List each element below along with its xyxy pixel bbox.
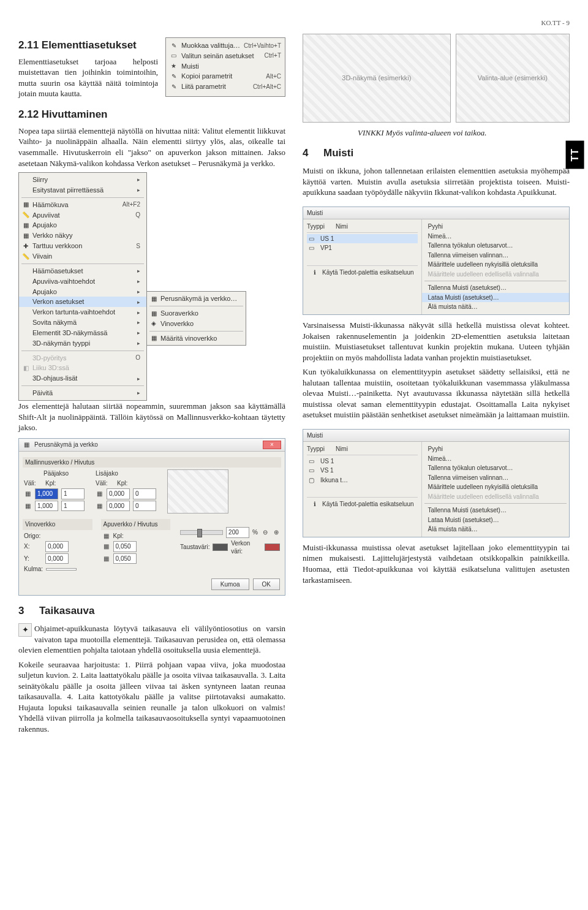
menu-label: Sovita näkymä: [32, 318, 77, 327]
ctx-item[interactable]: ✎Liitä parametritCtrl+Alt+C: [170, 82, 281, 92]
left-column: 2.11 Elementtiasetukset Elementtiasetuks…: [18, 34, 285, 738]
heading-2-12: 2.12 Hivuttaminen: [18, 108, 285, 122]
muisti-menu-item[interactable]: Nimeä…: [422, 454, 569, 464]
submenu-item[interactable]: ▦Suoraverkko: [147, 308, 246, 319]
menu-icon: 📏: [21, 211, 30, 219]
cancel-button[interactable]: Kumoa: [211, 578, 249, 591]
para-4-2: Varsinaisessa Muisti-ikkunassa näkyvät s…: [303, 320, 570, 363]
menu-item[interactable]: Esitystavat piirrettäessä▸: [19, 185, 146, 195]
col-header[interactable]: Nimi: [336, 445, 348, 453]
muisti-menu-item[interactable]: Älä muista näitä…: [422, 302, 569, 312]
menu-item[interactable]: Siirry▸: [19, 175, 146, 185]
muisti-menu-item[interactable]: Lataa Muisti (asetukset)…: [422, 293, 569, 303]
menu-item[interactable]: 📏Viivain: [19, 251, 146, 262]
menu-item[interactable]: Apuviiva-vaihtoehdot▸: [19, 276, 146, 287]
menu-label: 3D-ohjaus-lisät: [32, 374, 77, 383]
zoom-value[interactable]: 200: [226, 527, 249, 538]
menu-item[interactable]: ▦HäämökuvaAlt+F2: [19, 200, 146, 210]
muisti-menu-item[interactable]: Tallenna viimeisen valinnan…: [422, 251, 569, 260]
zoom-in-icon[interactable]: ⊕: [272, 528, 280, 536]
bg-color-swatch[interactable]: [213, 544, 228, 551]
menu-item[interactable]: Sovita näkymä▸: [19, 317, 146, 328]
submenu-label: Suoraverkko: [160, 309, 198, 318]
input-vali-x[interactable]: 1,000: [35, 488, 58, 499]
muisti-menu-item[interactable]: Tallenna viimeisen valinnan…: [422, 473, 569, 483]
menu-item[interactable]: ▦Apujako: [19, 220, 146, 230]
menu-item[interactable]: Verkon asetukset▸: [19, 297, 146, 307]
ctx-item[interactable]: ★Muisti: [170, 61, 281, 72]
ctx-label: Muokkaa valittuja…: [181, 41, 240, 50]
para-3-1: ✦Ohjaimet-apuikkunasta löytyvä taikasauv…: [18, 623, 285, 656]
input-apu-x[interactable]: 0,050: [113, 541, 137, 552]
muisti-menu-item[interactable]: Älä muista näitä…: [422, 525, 569, 534]
col-header[interactable]: Nimi: [336, 222, 348, 231]
shortcut: Ctrl+T: [265, 51, 282, 60]
input-lisavali-x[interactable]: 0,000: [107, 488, 130, 499]
menu-item[interactable]: Häämöasetukset▸: [19, 266, 146, 276]
grid-color-swatch[interactable]: [265, 544, 280, 551]
muisti-menu-item[interactable]: Pyyhi: [422, 444, 569, 454]
ok-button[interactable]: OK: [253, 578, 280, 591]
input-kulma[interactable]: [46, 568, 77, 571]
input-lisakpl-x[interactable]: 0: [133, 488, 156, 499]
field-label: Taustaväri:: [180, 543, 209, 552]
submenu-label: Perusnäkymä ja verkko…: [160, 294, 237, 303]
percent-label: %: [252, 528, 258, 537]
heading-3: 3Taikasauva: [18, 604, 285, 618]
muisti-menu-item[interactable]: Määrittele uudelleen nykyisillä oletuksi…: [422, 260, 569, 270]
input-apu-y[interactable]: 0,050: [113, 553, 137, 564]
menu-item[interactable]: ✚Tarttuu verkkoonS: [19, 241, 146, 251]
muisti-row[interactable]: ▢Ikkuna t…: [307, 476, 418, 485]
zoom-out-icon[interactable]: ⊖: [261, 528, 269, 536]
muisti-menu-item[interactable]: Tallenna Muisti (asetukset)…: [422, 283, 569, 293]
menu-item[interactable]: ▦Verkko näkyy: [19, 230, 146, 241]
muisti-menu-item[interactable]: Pyyhi: [422, 222, 569, 232]
menu-label: Liiku 3D:ssä: [32, 363, 69, 373]
field-label: Verkon väri:: [231, 539, 262, 556]
menu-item[interactable]: 📏ApuviivatQ: [19, 210, 146, 221]
ctx-item[interactable]: ✎Kopioi parametritAlt+C: [170, 71, 281, 82]
heading-2-11: 2.11 Elementtiasetukset: [18, 39, 158, 53]
menu-item: 3D-pyöritysO: [19, 353, 146, 363]
col-header[interactable]: Tyyppi: [307, 222, 325, 231]
muisti-menu-item[interactable]: Määrittele uudelleen nykyisillä oletuksi…: [422, 482, 569, 492]
col-header[interactable]: Tyyppi: [307, 445, 325, 453]
menu-item[interactable]: Päivitä▸: [19, 388, 146, 398]
menu-icon: ▦: [149, 309, 158, 318]
muisti-menu-item[interactable]: Nimeä…: [422, 232, 569, 241]
input-kpl-y[interactable]: 1: [61, 501, 85, 512]
menu-item[interactable]: 3D-näkymän tyyppi▸: [19, 338, 146, 349]
example-3d-view: 3D-näkymä (esimerkki): [303, 34, 451, 123]
muisti-row[interactable]: ▭US 1: [307, 234, 418, 244]
field-label: Origo:: [24, 532, 40, 540]
esikatselu-label: Käytä Tiedot-palettia esikatseluun: [322, 500, 414, 509]
muisti-menu-item[interactable]: Tallenna työkalun oletusarvot…: [422, 463, 569, 473]
input-kpl-x[interactable]: 1: [61, 488, 85, 499]
submenu-item[interactable]: ▦Määritä vinoverkko: [147, 333, 246, 344]
right-column: 3D-näkymä (esimerkki) Valinta-alue (esim…: [303, 34, 570, 738]
menu-item[interactable]: Elementit 3D-näkymässä▸: [19, 328, 146, 338]
input-origo-x[interactable]: 0,000: [45, 541, 69, 552]
muisti-menu-item[interactable]: Lataa Muisti (asetukset)…: [422, 515, 569, 525]
muisti-menu-item[interactable]: Tallenna työkalun oletusarvot…: [422, 241, 569, 251]
input-vali-y[interactable]: 1,000: [35, 501, 58, 512]
muisti-row[interactable]: ▭VS 1: [307, 466, 418, 476]
menu-item[interactable]: Apujako▸: [19, 287, 146, 297]
input-origo-y[interactable]: 0,000: [45, 553, 69, 564]
menu-item[interactable]: Verkon tartunta-vaihtoehdot▸: [19, 307, 146, 317]
menu-item[interactable]: 3D-ohjaus-lisät▸: [19, 373, 146, 384]
close-icon[interactable]: ×: [263, 441, 281, 449]
input-lisavali-y[interactable]: 0,000: [107, 501, 130, 512]
muisti-row[interactable]: ▭US 1: [307, 457, 418, 466]
menu-label: Verkon asetukset: [32, 297, 84, 306]
muisti-menu-item[interactable]: Tallenna Muisti (asetukset)…: [422, 506, 569, 515]
submenu-item[interactable]: ▦Perusnäkymä ja verkko…: [147, 294, 246, 304]
input-lisakpl-y[interactable]: 0: [133, 501, 156, 512]
ctx-item[interactable]: ▭Valitun seinän asetuksetCtrl+T: [170, 51, 281, 61]
submenu-item[interactable]: ◈Vinoverkko: [147, 319, 246, 329]
ctx-item[interactable]: ✎Muokkaa valittuja…Ctrl+Vaihto+T: [170, 40, 281, 51]
muisti-row[interactable]: ▭VP1: [307, 243, 418, 253]
zoom-slider[interactable]: [180, 530, 223, 535]
field-label: Kpl:: [113, 532, 124, 540]
submenu-arrow-icon: ▸: [131, 298, 140, 306]
